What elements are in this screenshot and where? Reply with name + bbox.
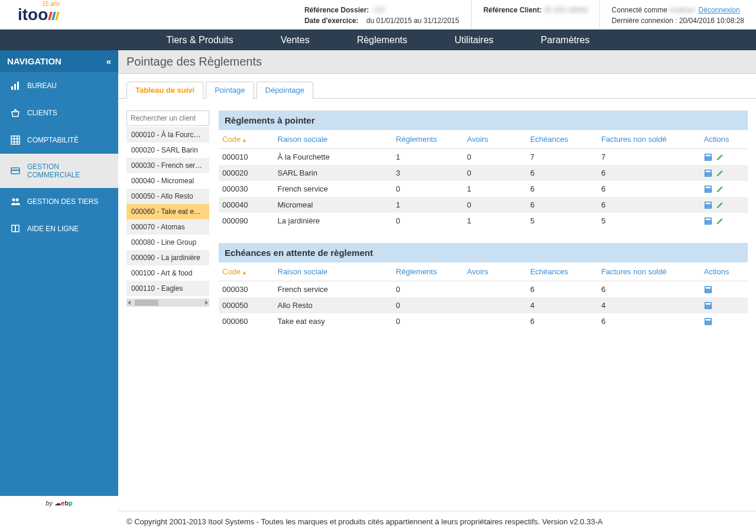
collapse-icon[interactable]: « — [106, 56, 111, 66]
edit-icon[interactable] — [716, 201, 724, 209]
sidebar-item-gestion-commerciale[interactable]: GESTION COMMERCIALE — [0, 154, 118, 188]
edit-icon[interactable] — [716, 185, 724, 193]
menu-utilitaires[interactable]: Utilitaires — [455, 35, 494, 46]
svg-point-67 — [709, 307, 710, 309]
edit-icon[interactable] — [716, 153, 724, 161]
horizontal-scrollbar[interactable] — [126, 299, 209, 307]
client-item[interactable]: 000090 - La jardinière — [126, 250, 209, 265]
menu-reglements[interactable]: Règlements — [357, 35, 407, 46]
logo-tag: 15 ans — [42, 1, 60, 7]
calculator-icon[interactable] — [704, 169, 712, 177]
svg-point-19 — [709, 159, 710, 160]
col-header[interactable]: Echéances — [527, 262, 598, 281]
nav-header: NAVIGATION « — [0, 50, 118, 72]
calculator-icon[interactable] — [704, 153, 712, 161]
card-icon — [11, 166, 20, 176]
tab-dépointage[interactable]: Dépointage — [257, 82, 314, 99]
menu-parametres[interactable]: Paramètres — [541, 35, 590, 46]
svg-rect-37 — [705, 202, 710, 204]
client-item[interactable]: 000070 - Atomas — [126, 219, 209, 235]
calculator-icon[interactable] — [704, 185, 712, 193]
svg-point-54 — [706, 290, 707, 291]
svg-point-33 — [706, 191, 707, 192]
svg-point-15 — [708, 157, 709, 158]
client-item[interactable]: 000060 - Take eat easy — [126, 204, 209, 219]
edit-icon[interactable] — [716, 169, 724, 177]
sidebar-item-label: COMPTABILITÉ — [27, 136, 79, 144]
sidebar-item-gestion-des-tiers[interactable]: GESTION DES TIERS — [0, 188, 118, 215]
client-item[interactable]: 000050 - Allo Resto — [126, 189, 209, 204]
col-header[interactable]: Avoirs — [463, 130, 527, 149]
calculator-icon[interactable] — [704, 317, 712, 326]
col-header[interactable]: Raison sociale — [274, 262, 392, 281]
col-header[interactable]: Règlements — [392, 130, 463, 149]
sidebar-item-clients[interactable]: CLIENTS — [0, 99, 118, 126]
svg-point-38 — [706, 205, 707, 206]
sidebar-item-label: CLIENTS — [27, 109, 57, 117]
calculator-icon[interactable] — [704, 201, 712, 209]
sidebar: NAVIGATION « BUREAUCLIENTSCOMPTABILITÉGE… — [0, 50, 118, 511]
main-content: Pointage des Règlements Tableau de suivi… — [118, 50, 756, 511]
col-header[interactable]: Factures non soldé — [598, 262, 700, 281]
client-item[interactable]: 000110 - Eagles — [126, 281, 209, 296]
table-row: 000040Micromeal1066 — [219, 197, 748, 213]
client-item[interactable]: 000100 - Art & food — [126, 265, 209, 281]
search-input[interactable] — [126, 111, 209, 126]
svg-point-72 — [709, 322, 710, 323]
col-header[interactable]: Code▲ — [219, 130, 274, 149]
table-echeances: Echéances en attente de règlement Code▲R… — [219, 243, 748, 329]
svg-rect-45 — [705, 218, 710, 220]
svg-point-16 — [709, 157, 710, 158]
svg-rect-9 — [11, 170, 20, 171]
col-header[interactable]: Echéances — [527, 130, 598, 149]
grid-icon — [11, 135, 20, 145]
table-row: 000010À la Fourchette1077 — [219, 149, 748, 166]
client-item[interactable]: 000040 - Micromeal — [126, 173, 209, 189]
svg-rect-53 — [705, 287, 710, 288]
ref-client-block: Référence Client: 35 320-18000 — [471, 0, 599, 29]
cloud-icon: ☁ — [54, 499, 61, 507]
calculator-icon[interactable] — [704, 217, 712, 225]
svg-point-25 — [706, 175, 707, 176]
tab-tableau-de-suivi[interactable]: Tableau de suivi — [126, 82, 203, 99]
col-header[interactable]: Factures non soldé — [598, 130, 700, 149]
col-header[interactable]: Code▲ — [219, 262, 274, 281]
col-header[interactable]: Règlements — [392, 262, 463, 281]
col-header[interactable]: Actions — [700, 130, 748, 149]
table-reglements: Règlements à pointer Code▲Raison sociale… — [219, 111, 748, 229]
edit-icon[interactable] — [716, 217, 724, 225]
menu-ventes[interactable]: Ventes — [281, 35, 310, 46]
logout-link[interactable]: Déconnexion — [699, 6, 740, 14]
table-row: 000060Take eat easy066 — [219, 313, 748, 329]
svg-point-57 — [706, 291, 707, 293]
col-header[interactable]: Actions — [700, 262, 748, 281]
svg-point-63 — [708, 306, 709, 307]
tabs: Tableau de suiviPointageDépointage — [118, 74, 756, 99]
col-header[interactable]: Raison sociale — [274, 130, 392, 149]
svg-point-32 — [709, 189, 710, 190]
client-item[interactable]: 000030 - French service — [126, 158, 209, 173]
svg-rect-29 — [705, 186, 710, 188]
client-item[interactable]: 000010 - À la Fourchette — [126, 127, 209, 142]
svg-point-50 — [708, 223, 709, 224]
calculator-icon[interactable] — [704, 301, 712, 310]
client-item[interactable]: 000020 - SARL Barin — [126, 142, 209, 158]
sidebar-item-comptabilité[interactable]: COMPTABILITÉ — [0, 126, 118, 154]
svg-point-24 — [709, 173, 710, 174]
menu-tiers-produits[interactable]: Tiers & Produits — [166, 35, 233, 46]
svg-point-40 — [709, 205, 710, 206]
svg-point-49 — [706, 223, 707, 224]
col-header[interactable]: Avoirs — [463, 262, 527, 281]
svg-rect-21 — [705, 170, 710, 172]
calculator-icon[interactable] — [704, 286, 712, 294]
svg-point-46 — [706, 221, 707, 222]
svg-rect-3 — [11, 136, 20, 144]
sidebar-item-aide-en-ligne[interactable]: AIDE EN LIGNE — [0, 215, 118, 242]
logo[interactable]: itoo 15 ans — [0, 0, 118, 29]
table-row: 000090La jardinière0155 — [219, 213, 748, 229]
client-item[interactable]: 000080 - Line Group — [126, 235, 209, 250]
tab-pointage[interactable]: Pointage — [206, 82, 254, 99]
sidebar-item-bureau[interactable]: BUREAU — [0, 72, 118, 99]
svg-point-17 — [706, 159, 707, 160]
svg-point-31 — [708, 189, 709, 190]
